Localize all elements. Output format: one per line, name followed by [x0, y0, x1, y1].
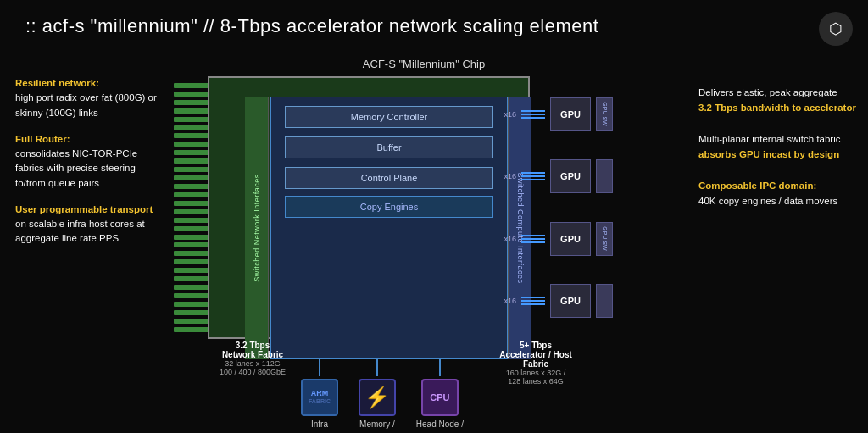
green-line: [174, 259, 209, 264]
green-line: [174, 310, 209, 315]
gpu-row-4: x16 GPU: [498, 284, 650, 318]
x16-label-3: x16: [498, 235, 516, 243]
green-line: [174, 142, 209, 147]
memory-store-item: ⚡ Memory / Data Store: [357, 359, 398, 433]
green-line: [174, 302, 209, 307]
green-line: [174, 83, 209, 88]
accelerator-lanes: 160 lanes x 32G /: [489, 369, 582, 377]
green-line: [174, 175, 209, 180]
left-section-3: User programmable transport on scalable …: [15, 203, 168, 247]
green-line: [174, 218, 209, 223]
green-line: [174, 209, 209, 214]
gpu-box-4: GPU: [550, 284, 591, 318]
gpu-row-3: x16 GPU GPU SW: [498, 222, 650, 256]
right-section-1: Delivers elastic, peak aggregate 3.2 Tbp…: [698, 85, 860, 116]
green-line: [174, 100, 209, 105]
gpu-sw-label-1: GPU SW: [602, 103, 608, 126]
tbps-label: 3.2 Tbps: [214, 341, 291, 350]
green-line: [174, 285, 209, 290]
green-line: [174, 319, 209, 324]
section2-title: Full Router:: [15, 134, 70, 144]
tbps-right-label: 5+ Tbps: [489, 341, 582, 350]
section3-title: User programmable transport: [15, 204, 153, 214]
right-section-2: Multi-planar internal switch fabric abso…: [698, 131, 860, 163]
infra-label: Infra: [311, 419, 328, 430]
section1-title: Resilient network:: [15, 78, 99, 88]
left-section-2: Full Router: consolidates NIC-TOR-PCIe f…: [15, 132, 168, 191]
right-section1-highlight: 3.2 Tbps bandwidth to accelerator: [698, 103, 856, 113]
headnode-label: Head Node /: [416, 419, 464, 430]
green-line: [174, 327, 209, 332]
green-line: [174, 125, 209, 130]
chip-inner: Memory Controller Buffer Control Plane C…: [270, 97, 508, 359]
right-section-3: Composable IPC domain: 40K copy engines …: [698, 178, 860, 209]
green-line: [174, 201, 209, 206]
blue-lines-4: [521, 297, 545, 305]
green-line: [174, 251, 209, 256]
gpu-box-1: GPU: [550, 97, 591, 131]
green-line: [174, 108, 209, 114]
green-line: [174, 92, 209, 97]
chip-rectangle: Switched Network Interfaces Memory Contr…: [208, 76, 530, 339]
arm-sublabel: FABRIC: [309, 398, 331, 405]
x16-label-1: x16: [498, 110, 516, 119]
bottom-icons: ARM FABRIC Infra Host ⚡ Memory / Data St…: [301, 359, 464, 433]
cpu-host-item: CPU Head Node / App Host: [416, 359, 464, 433]
green-line: [174, 268, 209, 273]
switched-network-text: Switched Network Interfaces: [253, 174, 261, 282]
x16-label-4: x16: [498, 297, 516, 305]
buffer-box: Buffer: [285, 136, 493, 158]
green-line: [174, 150, 209, 155]
green-line: [174, 226, 209, 231]
gpu-sw-2: [596, 159, 613, 193]
right-section3-body: 40K copy engines / data movers: [698, 196, 837, 206]
chip-area: ACF-S "Millennium" Chip: [174, 58, 674, 422]
connector-cpu: [439, 359, 441, 376]
control-plane-box: Control Plane: [285, 167, 493, 189]
accelerator-title: Accelerator / Host Fabric: [489, 350, 582, 369]
section1-body: high port radix over fat (800G) or skinn…: [15, 92, 157, 117]
blue-lines-1: [521, 110, 545, 119]
memory-icon: ⚡: [359, 379, 396, 416]
gpu-box-3: GPU: [550, 222, 591, 256]
connector-memory: [376, 359, 378, 376]
right-section1-line1: Delivers elastic, peak aggregate: [698, 87, 837, 97]
blue-lines-3: [521, 235, 545, 243]
left-section-1: Resilient network: high port radix over …: [15, 76, 168, 120]
connector-infra: [319, 359, 320, 376]
network-gbe: 100 / 400 / 800GbE: [214, 368, 291, 376]
cpu-label: CPU: [430, 392, 449, 402]
right-panel: Delivers elastic, peak aggregate 3.2 Tbp…: [698, 85, 860, 224]
page-title: :: acf-s "millennium" // 8-Tbps accelera…: [25, 15, 598, 37]
gpu-section: x16 GPU GPU SW x16 GPU x16: [498, 76, 650, 339]
green-line: [174, 167, 209, 172]
gpu-sw-3: GPU SW: [596, 222, 613, 256]
green-line: [174, 192, 209, 197]
section3-body: on scalable infra host cores at aggregat…: [15, 219, 145, 243]
x16-label-2: x16: [498, 172, 516, 180]
gpu-box-2: GPU: [550, 159, 591, 193]
gpu-sw-1: GPU SW: [596, 97, 613, 131]
network-fabric-label: 3.2 Tbps Network Fabric 32 lanes x 112G …: [214, 341, 291, 376]
green-connectors: [174, 76, 209, 339]
network-lanes: 32 lanes x 112G: [214, 359, 291, 368]
right-section2-line1: Multi-planar internal switch fabric: [698, 134, 840, 144]
arm-icon: ARM FABRIC: [301, 379, 338, 416]
green-line: [174, 184, 209, 189]
blue-lines-2: [521, 172, 545, 180]
green-line: [174, 242, 209, 247]
accelerator-fabric-label: 5+ Tbps Accelerator / Host Fabric 160 la…: [489, 341, 582, 386]
right-section2-highlight: absorbs GPU incast by design: [698, 149, 839, 159]
gpu-sw-label-3: GPU SW: [602, 227, 608, 251]
green-line: [174, 293, 209, 298]
memory-bolt: ⚡: [364, 386, 390, 409]
copy-engines-box: Copy Engines: [285, 196, 493, 218]
logo-icon: ⬡: [819, 12, 853, 46]
cpu-icon: CPU: [421, 379, 459, 416]
arm-label: ARM: [311, 389, 329, 398]
green-line: [174, 158, 209, 164]
green-line: [174, 133, 209, 138]
green-line: [174, 276, 209, 281]
section2-body: consolidates NIC-TOR-PCIe fabrics with p…: [15, 148, 137, 188]
right-section3-title: Composable IPC domain:: [698, 180, 816, 191]
